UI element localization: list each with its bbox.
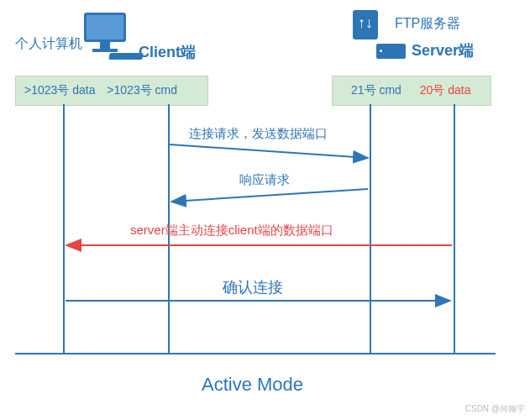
lifeline-server-cmd: [370, 104, 371, 353]
diagram-canvas: ↑↓ 个人计算机 Client端 FTP服务器 Server端 >1023号 d…: [0, 0, 530, 420]
client-cmd-port: >1023号 cmd: [107, 83, 177, 97]
client-data-port: >1023号 data: [24, 83, 95, 97]
pc-icon: [84, 13, 126, 52]
baseline: [15, 353, 496, 354]
client-port-box: >1023号 data >1023号 cmd: [15, 76, 208, 106]
server-data-port: 20号 data: [420, 83, 471, 97]
arrow-layer: [0, 0, 530, 420]
server-label: Server端: [412, 40, 474, 60]
svg-line-1: [171, 189, 368, 202]
caption: Active Mode: [202, 374, 303, 396]
msg-server-active-connect: server端主动连接client端的数据端口: [130, 223, 333, 239]
server-port-box: 21号 cmd 20号 data: [332, 76, 491, 106]
pc-label-cn: 个人计算机: [15, 35, 82, 53]
msg-connect-request: 连接请求，发送数据端口: [189, 126, 328, 142]
watermark: CSDN @何翰宇: [465, 403, 525, 415]
server-cmd-port: 21号 cmd: [351, 83, 401, 97]
msg-confirm-connect: 确认连接: [223, 277, 283, 297]
ftp-label-cn: FTP服务器: [395, 15, 460, 33]
svg-line-0: [170, 144, 368, 158]
lifeline-client-data: [63, 104, 65, 353]
msg-response: 响应请求: [239, 172, 290, 188]
client-label: Client端: [139, 42, 196, 62]
lifeline-server-data: [454, 104, 455, 353]
